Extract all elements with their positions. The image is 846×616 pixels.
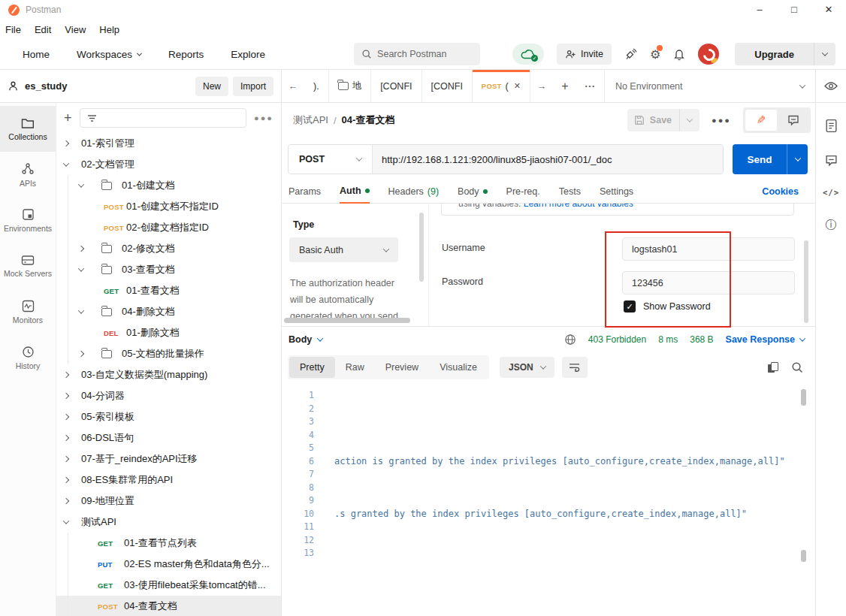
- response-body-select[interactable]: Body: [289, 334, 322, 345]
- sidebar-rail-environments[interactable]: Environments: [0, 198, 56, 243]
- import-button[interactable]: Import: [233, 77, 273, 96]
- tree-item[interactable]: 09-地理位置: [56, 491, 281, 512]
- chevron-right-icon[interactable]: [63, 414, 69, 420]
- tree-item[interactable]: 05-文档的批量操作: [56, 343, 281, 364]
- tree-item[interactable]: DEL01-删除文档: [56, 322, 281, 343]
- request-tab-headers[interactable]: Headers(9): [388, 180, 440, 203]
- response-body-viewer[interactable]: 123456action is granted by the index pri…: [282, 383, 815, 616]
- chevron-down-icon[interactable]: [78, 181, 84, 187]
- method-select[interactable]: POST: [289, 145, 373, 174]
- close-tab-icon[interactable]: ✕: [514, 81, 521, 91]
- response-scrollbar-mark[interactable]: [801, 550, 806, 562]
- comments-icon[interactable]: [825, 154, 838, 167]
- environment-quick-look-button[interactable]: [816, 70, 846, 103]
- view-pretty[interactable]: Pretty: [289, 357, 335, 378]
- environment-select[interactable]: No Environment: [604, 70, 815, 102]
- breadcrumb-collection[interactable]: 测试API: [293, 113, 328, 127]
- chevron-down-icon[interactable]: [63, 518, 69, 524]
- show-password-checkbox[interactable]: ✓: [624, 300, 636, 313]
- window-minimize-button[interactable]: –: [742, 0, 777, 20]
- new-button[interactable]: New: [195, 77, 228, 96]
- tab-1[interactable]: 地: [329, 70, 372, 102]
- send-chevron-icon[interactable]: [787, 144, 808, 174]
- tree-item[interactable]: 06-DSL语句: [56, 427, 281, 448]
- chevron-right-icon[interactable]: [78, 246, 84, 252]
- tree-item[interactable]: GET01-查看节点列表: [56, 533, 281, 554]
- view-preview[interactable]: Preview: [375, 357, 429, 378]
- chevron-right-icon[interactable]: [63, 435, 69, 441]
- tree-item[interactable]: 01-索引管理: [56, 133, 281, 154]
- chevron-down-icon[interactable]: [78, 265, 84, 271]
- tab-options-button[interactable]: •••: [577, 70, 604, 102]
- edit-request-button[interactable]: ✎: [745, 110, 777, 131]
- tree-item[interactable]: GET03-使用filebeat采集tomcat的错...: [56, 575, 281, 596]
- request-tab-prereq[interactable]: Pre-req.: [506, 180, 540, 203]
- user-avatar[interactable]: [698, 44, 719, 65]
- nav-home[interactable]: Home: [23, 49, 50, 60]
- chevron-down-icon[interactable]: [63, 160, 69, 166]
- sidebar-rail-monitors[interactable]: Monitors: [0, 289, 56, 335]
- chevron-right-icon[interactable]: [63, 477, 69, 483]
- chevron-right-icon[interactable]: [63, 393, 69, 399]
- chevron-right-icon[interactable]: [63, 140, 69, 146]
- request-tab-settings[interactable]: Settings: [600, 180, 633, 203]
- auth-left-vertical-scrollbar[interactable]: [419, 213, 424, 282]
- tree-item[interactable]: PUT02-ES master角色和data角色分...: [56, 554, 281, 575]
- chevron-right-icon[interactable]: [63, 498, 69, 504]
- url-input[interactable]: http://192.168.1.121:9200/linux85-jiaosh…: [373, 145, 723, 174]
- tree-item[interactable]: 05-索引模板: [56, 406, 281, 427]
- window-close-button[interactable]: ✕: [811, 0, 846, 20]
- response-scrollbar-thumb[interactable]: [801, 389, 806, 406]
- request-tab-auth[interactable]: Auth: [340, 180, 369, 204]
- breadcrumb-request-name[interactable]: 04-查看文档: [342, 113, 395, 127]
- tree-item[interactable]: 04-分词器: [56, 385, 281, 406]
- collections-more-button[interactable]: ●●●: [254, 113, 273, 122]
- tab-0[interactable]: ).: [304, 70, 329, 102]
- nav-workspaces[interactable]: Workspaces: [77, 49, 141, 60]
- nav-reports[interactable]: Reports: [168, 49, 204, 60]
- documentation-icon[interactable]: [825, 119, 838, 133]
- auth-vertical-scrollbar[interactable]: [804, 240, 808, 323]
- cookies-link[interactable]: Cookies: [762, 180, 815, 203]
- send-button[interactable]: Send: [733, 144, 808, 174]
- save-chevron-icon[interactable]: [680, 118, 699, 122]
- view-raw[interactable]: Raw: [335, 357, 375, 378]
- filter-collections-input[interactable]: [80, 108, 247, 128]
- tree-item[interactable]: POST01-创建文档不指定ID: [56, 196, 281, 217]
- sync-status-button[interactable]: ✓: [512, 44, 544, 65]
- tree-item[interactable]: 07-基于_reindex的API迁移: [56, 448, 281, 470]
- network-globe-icon[interactable]: [564, 334, 576, 346]
- password-field[interactable]: [622, 271, 795, 294]
- username-field[interactable]: [622, 237, 795, 261]
- search-input[interactable]: Search Postman: [354, 43, 480, 65]
- info-icon[interactable]: ⓘ: [826, 218, 837, 232]
- satellite-icon[interactable]: [624, 48, 637, 61]
- chevron-right-icon[interactable]: [63, 456, 69, 462]
- tree-item[interactable]: POST04-查看文档: [56, 596, 281, 616]
- request-tab-body[interactable]: Body: [458, 180, 488, 203]
- chevron-down-icon[interactable]: [78, 307, 84, 313]
- chevron-right-icon[interactable]: [78, 351, 84, 357]
- auth-type-select[interactable]: Basic Auth: [289, 237, 398, 262]
- request-tab-tests[interactable]: Tests: [559, 180, 581, 203]
- new-tab-button[interactable]: +: [553, 70, 577, 102]
- menu-view[interactable]: View: [65, 24, 86, 35]
- sidebar-rail-history[interactable]: History: [0, 335, 56, 381]
- tree-item[interactable]: POST02-创建文档指定ID: [56, 217, 281, 238]
- tree-item[interactable]: 08-ES集群常用的API: [56, 470, 281, 491]
- view-visualize[interactable]: Visualize: [429, 357, 488, 378]
- format-select[interactable]: JSON: [500, 357, 554, 378]
- tree-item[interactable]: 03-查看文档: [56, 259, 281, 280]
- code-snippet-icon[interactable]: </>: [823, 188, 839, 197]
- invite-button[interactable]: Invite: [557, 44, 612, 65]
- save-button[interactable]: Save: [627, 109, 699, 131]
- nav-explore[interactable]: Explore: [231, 49, 265, 60]
- upgrade-chevron-icon[interactable]: [814, 52, 835, 56]
- sidebar-rail-mock-servers[interactable]: Mock Servers: [0, 243, 56, 289]
- request-tab-params[interactable]: Params: [289, 180, 321, 203]
- tab-2[interactable]: [CONFI: [371, 70, 421, 102]
- tree-item[interactable]: 02-文档管理: [56, 154, 281, 175]
- menu-edit[interactable]: Edit: [35, 24, 51, 35]
- copy-response-icon[interactable]: [768, 362, 778, 373]
- tree-item[interactable]: 02-修改文档: [56, 238, 281, 259]
